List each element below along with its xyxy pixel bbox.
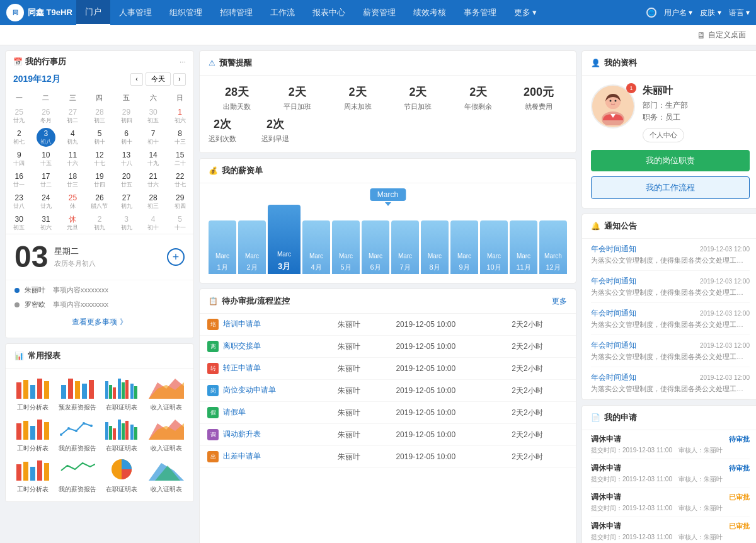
see-more-btn[interactable]: 查看更多事项 》 [14,312,185,333]
report-item[interactable]: 工时分析表 [13,458,53,494]
report-item[interactable]: 在职证明表 [102,458,142,494]
task-name[interactable]: 调动薪升表 [223,430,261,438]
nav-item[interactable]: 门户 [76,0,110,25]
task-name[interactable]: 岗位变动申请单 [223,386,276,394]
nav-item[interactable]: 组织管理 [161,0,211,25]
workflow-btn[interactable]: 我的工作流程 [591,176,750,199]
month-card[interactable]: Marc1月 [209,220,236,274]
calendar-day[interactable]: 17廿二 [33,169,60,191]
language-btn[interactable]: 语言 ▾ [729,8,750,18]
calendar-day[interactable]: 24廿九 [33,191,60,212]
calendar-day[interactable]: 4初九 [59,127,86,148]
task-name[interactable]: 请假单 [223,408,246,416]
month-card[interactable]: Marc4月 [302,220,330,274]
notification-title[interactable]: 年会时间通知 [591,340,636,351]
nav-item[interactable]: 报表中心 [304,0,354,25]
calendar-day[interactable]: 25廿九 [6,105,33,127]
calendar-day[interactable]: 18廿三 [59,169,86,191]
calendar-day[interactable]: 15二十 [166,148,193,169]
task-name[interactable]: 转正申请单 [223,363,261,372]
personal-center-btn[interactable]: 个人中心 [643,128,684,142]
month-card[interactable]: Marc11月 [510,220,537,274]
notification-title[interactable]: 年会时间通知 [591,308,636,319]
calendar-day[interactable]: 26腊八节 [86,191,113,212]
calendar-menu-icon[interactable]: ··· [180,57,186,66]
report-item[interactable]: 收入证明表 [147,417,186,453]
calendar-day[interactable]: 29初四 [113,105,140,127]
notification-title[interactable]: 年会时间通知 [591,244,636,254]
month-card[interactable]: Marc10月 [480,220,508,274]
calendar-day[interactable]: 6初十 [113,127,140,148]
calendar-day[interactable]: 5十一 [166,212,193,234]
calendar-day[interactable]: 28初三 [140,191,167,212]
nav-item[interactable]: 工作流 [261,0,304,25]
calendar-day[interactable]: 1初六 [166,105,193,127]
notification-title[interactable]: 年会时间通知 [591,276,636,287]
report-item[interactable]: 收入证明表 [147,376,186,412]
task-name[interactable]: 出差申请单 [223,452,261,460]
calendar-day[interactable]: 8十三 [166,127,193,148]
calendar-day[interactable]: 22廿七 [166,169,193,191]
calendar-day[interactable]: 5初十 [86,127,113,148]
report-item[interactable]: 预发薪资报告 [58,376,98,412]
calendar-day[interactable]: 14十九 [140,148,167,169]
calendar-day[interactable]: 11十六 [59,148,86,169]
month-card[interactable]: March12月 [539,220,567,274]
skin-btn[interactable]: 皮肤 ▾ [700,8,721,18]
report-item[interactable]: 收入证明表 [147,458,186,494]
calendar-next-btn[interactable]: › [173,73,186,86]
calendar-day[interactable]: 23廿八 [6,191,33,212]
report-item[interactable]: 在职证明表 [102,417,142,453]
calendar-day[interactable]: 7初十 [140,127,167,148]
notification-title[interactable]: 年会时间通知 [591,372,636,383]
nav-item[interactable]: 人事管理 [110,0,161,25]
calendar-day[interactable]: 16廿一 [6,169,33,191]
nav-item[interactable]: 绩效考核 [404,0,455,25]
report-item[interactable]: 工时分析表 [13,376,53,412]
customize-desktop-btn[interactable]: 🖥 自定义桌面 [697,30,746,40]
report-item[interactable]: 在职证明表 [102,376,142,412]
calendar-day[interactable]: 27初二 [59,105,86,127]
task-name[interactable]: 培训申请单 [223,319,261,328]
username-btn[interactable]: 用户名 ▾ [664,8,692,18]
task-name[interactable]: 离职交接单 [223,341,261,350]
month-card[interactable]: Marc6月 [362,220,389,274]
calendar-prev-btn[interactable]: ‹ [130,73,143,86]
calendar-day[interactable]: 13十八 [113,148,140,169]
calendar-day[interactable]: 30初五 [140,105,167,127]
calendar-day[interactable]: 31初六 [33,212,60,234]
job-duty-btn[interactable]: 我的岗位职责 [591,150,750,171]
nav-item[interactable]: 事务管理 [455,0,505,25]
report-item[interactable]: 我的薪资报告 [58,458,98,494]
month-card[interactable]: Marc5月 [332,220,360,274]
logo[interactable]: 同 同鑫 T9eHR [6,4,72,21]
nav-item[interactable]: 薪资管理 [354,0,404,25]
calendar-day[interactable]: 2初七 [6,127,33,148]
report-item[interactable]: 我的薪资报告 [58,417,98,453]
calendar-day[interactable]: 21廿六 [140,169,167,191]
report-item[interactable]: 工时分析表 [13,417,53,453]
month-card[interactable]: Marc7月 [391,220,419,274]
month-card[interactable]: Marc3月 [268,205,301,274]
month-card[interactable]: Marc9月 [450,220,478,274]
calendar-day[interactable]: 26冬月 [33,105,60,127]
calendar-day[interactable]: 2初九 [86,212,113,234]
calendar-day[interactable]: 30初五 [6,212,33,234]
month-card[interactable]: Marc8月 [421,220,449,274]
calendar-today-btn[interactable]: 今天 [146,72,171,86]
calendar-day[interactable]: 4初十 [140,212,167,234]
calendar-day[interactable]: 29初四 [166,191,193,212]
nav-item[interactable]: 更多 ▾ [505,0,546,25]
calendar-day[interactable]: 20廿五 [113,169,140,191]
month-card[interactable]: Marc2月 [238,220,266,274]
calendar-day[interactable]: 25休 [59,191,86,212]
calendar-day[interactable]: 9十四 [6,148,33,169]
calendar-day[interactable]: 28初三 [86,105,113,127]
pending-more-btn[interactable]: 更多 [552,296,567,307]
calendar-day[interactable]: 休元旦 [59,212,86,234]
calendar-day[interactable]: 19廿四 [86,169,113,191]
calendar-day[interactable]: 27初九 [113,191,140,212]
calendar-day[interactable]: 3初八 [33,127,60,148]
nav-item[interactable]: 招聘管理 [211,0,261,25]
calendar-day[interactable]: 3初九 [113,212,140,234]
